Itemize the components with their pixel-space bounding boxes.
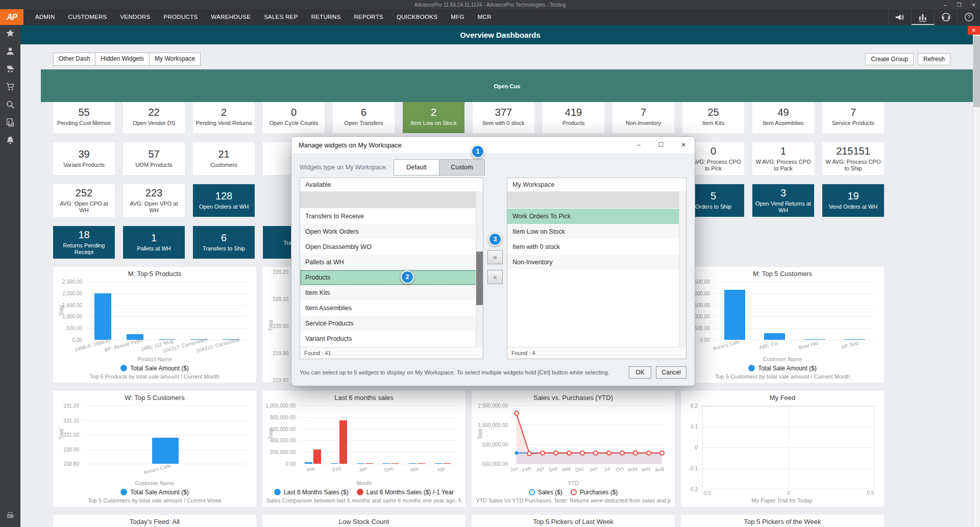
available-scrollbar[interactable] bbox=[476, 191, 483, 347]
stat-tile[interactable]: 25 Item Kits bbox=[682, 101, 744, 133]
stat-tile[interactable]: 215151 W AVG: Process CPO to Ship bbox=[822, 142, 884, 175]
chart-plot bbox=[300, 406, 456, 464]
available-list-item[interactable]: Products bbox=[300, 270, 483, 285]
chart-title: M: Top 5 Products bbox=[57, 270, 252, 280]
app-logo[interactable]: AP bbox=[0, 9, 23, 25]
stat-tile[interactable]: 3 Open Vend Returns at WH bbox=[752, 184, 814, 217]
menu-item[interactable]: MCR bbox=[471, 9, 498, 25]
available-list-item[interactable]: Open Disassembly WO bbox=[300, 239, 483, 255]
maximize-icon[interactable]: ❐ bbox=[957, 2, 962, 8]
workspace-panel: My Workspace Work Orders To PickItem Low… bbox=[507, 178, 687, 359]
stat-tile[interactable]: 2 Pending Vend Returns bbox=[193, 101, 255, 133]
search-icon[interactable] bbox=[5, 99, 16, 110]
stat-tile[interactable]: 6 Open Transfers bbox=[333, 101, 395, 133]
dashboard-tab[interactable]: My Workspace bbox=[149, 53, 201, 66]
move-right-button[interactable]: » bbox=[487, 250, 503, 264]
available-list-item[interactable]: Service Products bbox=[300, 316, 483, 331]
dialog-maximize-icon[interactable]: ☐ bbox=[650, 137, 672, 153]
menu-item[interactable]: VENDORS bbox=[114, 9, 157, 25]
menu-item[interactable]: WAREHOUSE bbox=[204, 9, 257, 25]
data-point bbox=[514, 451, 518, 455]
stat-tile[interactable]: 419 Products bbox=[543, 101, 604, 133]
cancel-button[interactable]: Cancel bbox=[656, 366, 687, 379]
menu-item[interactable]: SALES REP bbox=[257, 9, 305, 25]
chart-title: M: Top 5 Customers bbox=[685, 270, 880, 280]
available-list-item[interactable]: Transfers to Receive bbox=[300, 209, 483, 224]
workspace-list-item[interactable]: Work Orders To Pick bbox=[507, 209, 686, 224]
stat-label: Pending Cust Memos bbox=[56, 120, 112, 127]
stat-tile[interactable]: 1 Pallets at WH bbox=[123, 226, 185, 259]
available-list-item[interactable]: Item Assemblies bbox=[300, 300, 483, 316]
stat-tile[interactable]: 19 Vend Orders at WH bbox=[822, 184, 884, 217]
move-buttons-column: 3 » « bbox=[483, 178, 507, 359]
stat-tile[interactable]: 223 AVG: Open VPO at WH bbox=[123, 184, 185, 217]
dialog-minimize-icon[interactable]: – bbox=[627, 137, 650, 153]
stat-tile[interactable]: 2 Item Low on Stock bbox=[403, 101, 464, 133]
star-icon[interactable] bbox=[5, 28, 16, 39]
workspace-scrollbar[interactable] bbox=[679, 191, 686, 347]
carriage-icon[interactable] bbox=[5, 63, 16, 74]
stat-label: Variant Products bbox=[62, 162, 106, 168]
user-icon[interactable] bbox=[5, 45, 16, 57]
available-list-item[interactable]: Pallets at WH bbox=[300, 255, 483, 270]
menu-item[interactable]: ADMIN bbox=[29, 9, 62, 25]
y-tick-label: 219.80 bbox=[273, 378, 288, 383]
menu-item[interactable]: QUICKBOOKS bbox=[390, 9, 444, 25]
help-icon[interactable]: ? bbox=[957, 9, 980, 25]
stat-tile[interactable]: 49 Item Assemblies bbox=[752, 101, 814, 133]
available-list-item[interactable]: Open Work Orders bbox=[300, 224, 483, 239]
dialog-close-icon[interactable]: ✕ bbox=[672, 137, 695, 153]
widgets-type-option[interactable]: Custom bbox=[439, 159, 485, 175]
stat-tile[interactable]: 7 Service Products bbox=[822, 101, 884, 133]
stat-tile[interactable]: Open Cus bbox=[41, 69, 973, 102]
cart-icon[interactable] bbox=[5, 81, 16, 92]
widgets-type-option[interactable]: Default bbox=[394, 159, 439, 175]
data-point bbox=[527, 451, 532, 456]
menu-item[interactable]: CUSTOMERS bbox=[62, 9, 114, 25]
workspace-list-item[interactable]: Non-Inventory bbox=[507, 255, 686, 270]
stat-tile[interactable]: 0 Open Cycle Counts bbox=[263, 101, 325, 133]
move-left-button[interactable]: « bbox=[487, 270, 503, 284]
stat-tile[interactable]: 6 Transfers to Ship bbox=[193, 226, 255, 259]
dashboard-close-button[interactable]: ✕ bbox=[968, 26, 980, 35]
available-scrollbar-thumb[interactable] bbox=[476, 252, 483, 305]
stat-tile[interactable]: 18 Returns Pending Receipt bbox=[53, 226, 115, 259]
close-icon[interactable]: ✕ bbox=[972, 2, 976, 8]
chart-card-low-stock-count: Low Stock Count bbox=[262, 515, 465, 527]
menu-item[interactable]: PRODUCTS bbox=[157, 9, 205, 25]
stat-tile[interactable]: 377 Item with 0 stock bbox=[473, 101, 534, 133]
device-icon[interactable] bbox=[5, 510, 16, 521]
announcement-icon[interactable] bbox=[888, 9, 911, 25]
x-tick-label: Mar bbox=[306, 465, 315, 473]
dashboard-tab[interactable]: Hidden Widgets bbox=[95, 53, 150, 66]
menu-item[interactable]: RETURNS bbox=[305, 9, 348, 25]
available-list-item[interactable]: Item Kits bbox=[300, 285, 483, 300]
menu-item[interactable]: REPORTS bbox=[347, 9, 389, 25]
support-headset-icon[interactable] bbox=[934, 9, 957, 25]
bar-chart-icon[interactable] bbox=[911, 9, 934, 25]
workspace-list-item[interactable]: Item with 0 stock bbox=[507, 239, 686, 255]
dashboard-tab[interactable]: Other Dash bbox=[53, 53, 95, 66]
stat-tile[interactable]: 7 Non-Inventory bbox=[612, 101, 674, 133]
vertical-scrollbar[interactable] bbox=[973, 35, 980, 527]
menu-item[interactable]: MFG bbox=[444, 9, 471, 25]
available-list-item[interactable]: Variant Products bbox=[300, 331, 483, 346]
stat-tile[interactable]: 252 AVG: Open CPO at WH bbox=[53, 184, 115, 217]
pages-icon[interactable] bbox=[5, 117, 16, 128]
ok-button[interactable]: OK bbox=[629, 366, 651, 379]
bell-icon[interactable] bbox=[5, 135, 16, 146]
minimize-icon[interactable]: – bbox=[944, 2, 947, 8]
stat-tile[interactable]: 1 W AVG: Process CPO to Pack bbox=[752, 142, 814, 175]
stat-tile[interactable]: 22 Open Vendor DS bbox=[123, 101, 185, 133]
stat-tile[interactable]: 55 Pending Cust Memos bbox=[53, 101, 115, 133]
stat-tile[interactable]: 39 Variant Products bbox=[53, 142, 115, 175]
workspace-list-item[interactable]: Item Low on Stock bbox=[507, 224, 686, 239]
available-list: Transfers to ReceiveOpen Work OrdersOpen… bbox=[300, 209, 483, 347]
stat-tile[interactable]: 21 Customers bbox=[193, 142, 255, 175]
stat-tile[interactable]: 128 Open Orders at WH bbox=[193, 184, 255, 217]
refresh-button[interactable]: Refresh bbox=[918, 53, 950, 65]
x-axis-title: YTD bbox=[476, 480, 671, 487]
scrollbar-thumb[interactable] bbox=[973, 36, 980, 107]
create-group-button[interactable]: Create Group bbox=[865, 53, 914, 65]
stat-tile[interactable]: 57 UOM Products bbox=[123, 142, 185, 175]
